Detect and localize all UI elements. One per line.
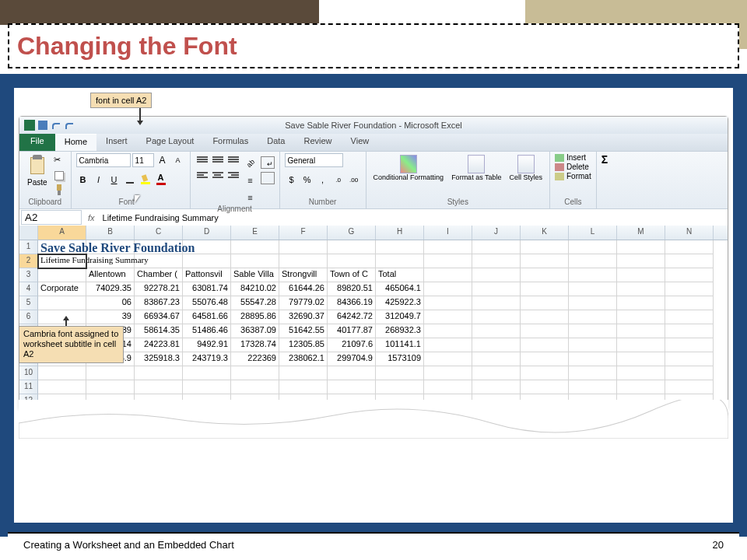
align-left-button[interactable] xyxy=(195,169,209,183)
group-number: $ % , .0 .00 Number xyxy=(280,152,366,208)
group-alignment: ab ≡ ≡ Alignment xyxy=(191,152,280,208)
orientation-button[interactable]: ab xyxy=(244,156,258,170)
format-as-table-button[interactable]: Format as Table xyxy=(449,153,503,183)
currency-button[interactable]: $ xyxy=(285,173,299,187)
tab-formulas[interactable]: Formulas xyxy=(203,134,258,151)
group-editing: Σ xyxy=(597,152,612,208)
row-header-3[interactable]: 3 xyxy=(19,268,38,282)
col-header-f[interactable]: F xyxy=(279,226,328,240)
redo-icon[interactable] xyxy=(64,120,75,131)
format-painter-icon[interactable] xyxy=(54,184,66,195)
col-header-b[interactable]: B xyxy=(86,226,135,240)
row-1: 1 Save Sable River Foundation xyxy=(19,240,728,254)
merge-center-button[interactable] xyxy=(261,172,275,184)
align-bottom-button[interactable] xyxy=(226,153,240,167)
col-header-a[interactable]: A xyxy=(38,226,86,240)
cell-a2[interactable]: Lifetime Fundraising Summary xyxy=(38,254,86,268)
col-header-g[interactable]: G xyxy=(328,226,376,240)
grow-font-button[interactable]: A xyxy=(156,153,170,167)
tab-file[interactable]: File xyxy=(19,134,55,151)
tab-insert[interactable]: Insert xyxy=(96,134,137,151)
col-header-d[interactable]: D xyxy=(183,226,231,240)
ribbon-tabs: File Home Insert Page Layout Formulas Da… xyxy=(19,134,728,151)
tab-data[interactable]: Data xyxy=(258,134,294,151)
slide-header: Changing the Font xyxy=(0,0,747,74)
format-cells-button[interactable]: Format xyxy=(555,172,591,180)
bold-button[interactable]: B xyxy=(76,173,90,187)
save-icon[interactable] xyxy=(37,120,48,131)
row-header-6[interactable]: 6 xyxy=(19,310,38,324)
fill-color-button[interactable] xyxy=(139,173,153,187)
row-8: 8 Phone-a-t 16692.14 24223.81 9492.91 17… xyxy=(19,338,728,352)
font-size-select[interactable] xyxy=(132,153,154,167)
col-header-n[interactable]: N xyxy=(665,226,714,240)
comma-button[interactable]: , xyxy=(316,173,330,187)
row-5: 5 06 83867.23 55076.48 55547.28 79779.02… xyxy=(19,296,728,310)
col-header-k[interactable]: K xyxy=(521,226,569,240)
tab-home[interactable]: Home xyxy=(55,134,96,151)
italic-button[interactable]: I xyxy=(92,173,106,187)
delete-cells-button[interactable]: Delete xyxy=(555,163,591,171)
indent-inc-button[interactable]: ≡ xyxy=(244,191,258,205)
paste-button[interactable]: Paste xyxy=(24,153,51,188)
callout-cambria-assigned: Cambria font assigned to worksheet subti… xyxy=(19,326,124,363)
slide-footer: Creating a Worksheet and an Embedded Cha… xyxy=(8,532,739,555)
wrap-text-button[interactable] xyxy=(261,156,275,169)
insert-icon xyxy=(555,154,564,162)
font-name-select[interactable] xyxy=(76,153,131,167)
col-header-i[interactable]: I xyxy=(424,226,472,240)
row-2: 2 Lifetime Fundraising Summary xyxy=(19,254,728,268)
col-header-e[interactable]: E xyxy=(231,226,279,240)
cell-styles-icon xyxy=(517,155,535,173)
col-header-c[interactable]: C xyxy=(135,226,183,240)
border-icon xyxy=(126,176,134,184)
row-header-5[interactable]: 5 xyxy=(19,296,38,310)
col-header-j[interactable]: J xyxy=(472,226,521,240)
group-clipboard: Paste Clipboard xyxy=(19,152,72,208)
autosum-button[interactable]: Σ xyxy=(601,153,608,166)
undo-icon[interactable] xyxy=(51,120,61,131)
align-middle-button[interactable] xyxy=(211,153,225,167)
window-title: Save Sable River Foundation - Microsoft … xyxy=(285,121,461,130)
underline-button[interactable]: U xyxy=(107,173,121,187)
col-header-l[interactable]: L xyxy=(569,226,617,240)
title-bar: Save Sable River Foundation - Microsoft … xyxy=(19,117,728,134)
indent-dec-button[interactable]: ≡ xyxy=(244,173,258,187)
footer-text: Creating a Worksheet and an Embedded Cha… xyxy=(23,539,234,551)
select-all-corner[interactable] xyxy=(19,226,38,240)
percent-button[interactable]: % xyxy=(300,173,314,187)
col-header-h[interactable]: H xyxy=(376,226,424,240)
copy-icon[interactable] xyxy=(54,170,66,181)
insert-cells-button[interactable]: Insert xyxy=(555,153,591,162)
align-center-button[interactable] xyxy=(211,169,225,183)
align-top-button[interactable] xyxy=(195,153,209,167)
cell-a1[interactable]: Save Sable River Foundation xyxy=(38,240,86,254)
tab-page-layout[interactable]: Page Layout xyxy=(137,134,204,151)
row-header-11[interactable]: 11 xyxy=(19,380,38,394)
cell-styles-button[interactable]: Cell Styles xyxy=(507,153,545,183)
tab-view[interactable]: View xyxy=(342,134,379,151)
row-header-2[interactable]: 2 xyxy=(19,254,38,268)
cut-icon[interactable] xyxy=(54,156,66,167)
worksheet-grid[interactable]: A B C D E F G H I J K L M N xyxy=(19,226,728,408)
conditional-formatting-button[interactable]: Conditional Formatting xyxy=(371,153,447,183)
shrink-font-button[interactable]: A xyxy=(171,153,185,167)
col-header-m[interactable]: M xyxy=(617,226,665,240)
decrease-decimal-button[interactable]: .00 xyxy=(347,173,361,187)
content-area: font in cell A2 Save Sable River Foundat… xyxy=(0,74,747,537)
row-header-10[interactable]: 10 xyxy=(19,366,38,380)
font-color-button[interactable] xyxy=(154,173,168,187)
fx-label[interactable]: fx xyxy=(88,213,95,222)
align-right-button[interactable] xyxy=(226,169,240,183)
increase-decimal-button[interactable]: .0 xyxy=(331,173,345,187)
tab-review[interactable]: Review xyxy=(294,134,341,151)
name-box[interactable] xyxy=(21,210,82,225)
fill-color-icon xyxy=(141,175,150,184)
delete-icon xyxy=(555,163,564,171)
border-button[interactable] xyxy=(123,173,137,187)
row-7: 7 39 58614.35 51486.46 36387.09 51642.55… xyxy=(19,324,728,338)
ribbon-body: Paste Clipboard xyxy=(19,151,728,208)
row-header-4[interactable]: 4 xyxy=(19,282,38,296)
number-format-select[interactable] xyxy=(285,153,343,167)
row-header-1[interactable]: 1 xyxy=(19,240,38,254)
